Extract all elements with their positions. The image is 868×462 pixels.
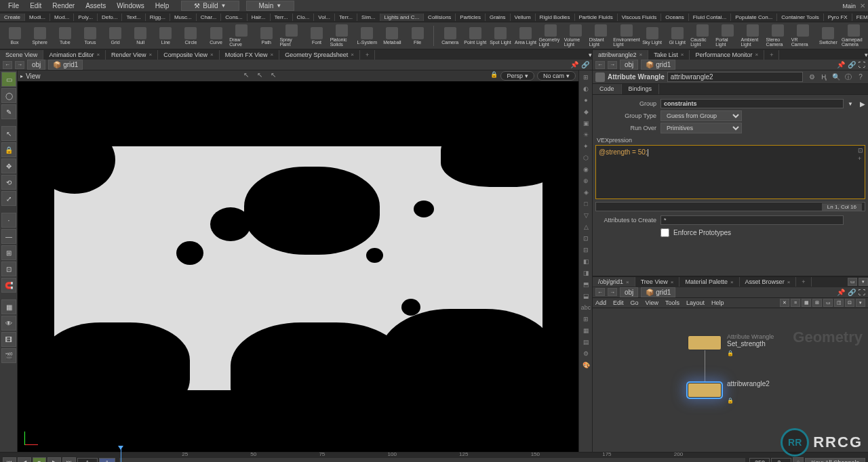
keyframe-button[interactable]: ◇ xyxy=(793,457,804,463)
lock-icon[interactable]: 🔒 xyxy=(490,71,498,81)
expand-icon[interactable]: ⛶ xyxy=(859,61,865,68)
display-opt-icon[interactable]: ⊕ xyxy=(580,175,591,186)
display-opt-icon[interactable]: ✦ xyxy=(580,141,591,152)
lock-tool[interactable]: 🔒 xyxy=(1,142,16,157)
help-icon[interactable]: ? xyxy=(856,72,865,82)
shelf-tool-tube[interactable]: Tube xyxy=(53,24,77,48)
shelf-tool-ambientlight[interactable]: Ambient Light xyxy=(741,24,764,48)
tab-bindings[interactable]: Bindings xyxy=(622,84,660,94)
lasso-tool[interactable]: ◯ xyxy=(1,88,16,103)
pane-tab-perfmon[interactable]: Performance Monitor× xyxy=(690,50,764,60)
display-opt-icon[interactable]: △ xyxy=(580,222,591,232)
net-tool-icon[interactable]: ▭ xyxy=(823,299,833,307)
shelf-tab[interactable]: Lights and C... xyxy=(380,14,425,21)
vex-plus-icon[interactable]: + xyxy=(858,155,863,162)
group-input[interactable] xyxy=(660,99,844,108)
frame-current-input[interactable] xyxy=(99,458,115,463)
menu-help[interactable]: Help xyxy=(150,1,175,11)
net-menu-add[interactable]: Add xyxy=(595,299,606,306)
display-opt-icon[interactable]: ▣ xyxy=(580,118,591,129)
scale-tool[interactable]: ⤢ xyxy=(1,191,16,206)
pane-tab-sceneview[interactable]: Scene View xyxy=(0,50,43,60)
pin-icon[interactable]: 📌 xyxy=(837,61,845,68)
shelf-tool-geolight[interactable]: Geometry Light xyxy=(539,24,563,48)
shelf-tool-lsystem[interactable]: L-System xyxy=(355,24,379,48)
link-icon[interactable]: 🔗 xyxy=(848,61,856,68)
shelf-tool-torus[interactable]: Torus xyxy=(78,24,102,48)
path-crumb-grid1[interactable]: 📦 grid1 xyxy=(641,287,675,297)
path-crumb-obj[interactable]: obj xyxy=(620,60,638,70)
menu-windows[interactable]: Windows xyxy=(111,1,150,11)
shelf-tab[interactable]: Terr... xyxy=(271,14,293,21)
display-opt-icon[interactable]: ▤ xyxy=(580,337,591,348)
layout-icon[interactable]: ▾ xyxy=(859,278,868,286)
display-opt-icon[interactable]: ● xyxy=(580,95,591,106)
path-crumb-obj[interactable]: obj xyxy=(27,60,45,70)
shelf-tab[interactable]: Pyro FX xyxy=(824,14,852,21)
enforce-checkbox[interactable] xyxy=(660,228,669,237)
net-menu-go[interactable]: Go xyxy=(631,299,639,306)
shelf-tool-camera[interactable]: Camera xyxy=(438,24,462,48)
shelf-tool-envlight[interactable]: Environment Light xyxy=(614,24,639,48)
menu-file[interactable]: File xyxy=(3,1,24,11)
shelf-tool-line[interactable]: Line xyxy=(154,24,178,48)
shelf-tool-sphere[interactable]: Sphere xyxy=(28,24,52,48)
shelf-tool-path[interactable]: Path xyxy=(254,24,278,48)
net-menu-help[interactable]: Help xyxy=(711,299,724,306)
pane-tab-add[interactable]: + xyxy=(796,277,811,287)
snap-multi-tool[interactable]: ⊡ xyxy=(1,261,16,276)
play-prev-button[interactable]: ◀ xyxy=(18,457,31,463)
handle-icon[interactable]: ↖ xyxy=(271,71,280,81)
shelf-tab[interactable]: Terr... xyxy=(335,14,357,21)
display-opt-icon[interactable]: abc xyxy=(580,302,591,313)
net-tool-icon[interactable]: ◫ xyxy=(834,299,844,307)
render-tool[interactable]: 🎬 xyxy=(1,348,16,363)
shelf-tool-vollight[interactable]: Volume Light xyxy=(564,24,588,48)
shelf-tab[interactable]: FEM xyxy=(852,14,868,21)
inspect-tool[interactable]: 👁 xyxy=(1,316,16,331)
shelf-tab[interactable]: Sim... xyxy=(357,14,380,21)
shelf-tool-null[interactable]: Null xyxy=(129,24,153,48)
close-icon[interactable]: ✕ xyxy=(860,2,865,9)
shelf-tool-arealight[interactable]: Area Light xyxy=(513,24,537,48)
translate-tool[interactable]: ✥ xyxy=(1,159,16,173)
display-opt-icon[interactable]: □ xyxy=(580,198,591,209)
shelf-tab[interactable]: Particles xyxy=(456,14,486,21)
net-menu-layout[interactable]: Layout xyxy=(686,299,705,306)
shelf-tab[interactable]: Defo... xyxy=(98,14,123,21)
pane-tab-add[interactable]: + xyxy=(360,50,375,60)
shelf-tab[interactable]: Collisions xyxy=(424,14,456,21)
nav-back-icon[interactable]: ← xyxy=(595,61,605,69)
display-opt-icon[interactable]: ◈ xyxy=(580,187,591,198)
pane-tab-animeditor[interactable]: Animation Editor× xyxy=(43,50,106,60)
key-channels-button[interactable]: Key: All Channels xyxy=(805,458,865,463)
path-crumb-obj[interactable]: obj xyxy=(620,287,638,297)
shelf-tab[interactable]: Viscous Fluids xyxy=(618,14,661,21)
pane-tab-add[interactable]: + xyxy=(764,50,779,60)
shelf-tool-font[interactable]: Font xyxy=(305,24,329,48)
net-tool-icon[interactable]: ⊞ xyxy=(812,299,822,307)
menu-render[interactable]: Render xyxy=(47,1,80,11)
shelf-tool-gilight[interactable]: GI Light xyxy=(665,24,689,48)
expand-icon[interactable]: ⛶ xyxy=(859,289,865,296)
gear-icon[interactable]: ⚙ xyxy=(807,72,816,82)
display-opt-icon[interactable]: ⬓ xyxy=(580,291,591,301)
shelf-tool-box[interactable]: Box xyxy=(3,24,26,48)
shelf-tab[interactable]: Particle Fluids xyxy=(575,14,618,21)
pane-tab-motionfx[interactable]: Motion FX View× xyxy=(220,50,280,60)
shelf-tool-portallight[interactable]: Portal Light xyxy=(715,24,739,48)
timeline-track[interactable]: 25 50 75 100 125 150 175 200 xyxy=(119,458,745,463)
pane-tab-node[interactable]: attribwrangle2× xyxy=(593,50,648,60)
shelf-tab[interactable]: Vol... xyxy=(314,14,335,21)
shelf-tool-stereocam[interactable]: Stereo Camera xyxy=(766,24,790,48)
menu-edit[interactable]: Edit xyxy=(24,1,47,11)
shelf-tool-drawcurve[interactable]: Draw Curve xyxy=(229,24,253,48)
frame-range-end-input[interactable] xyxy=(771,458,791,463)
display-opt-icon[interactable]: ◧ xyxy=(580,256,591,267)
build-desktop-button[interactable]: ⚒Build▼ xyxy=(181,1,239,11)
shelf-tab[interactable]: Mod... xyxy=(50,14,74,21)
snap-grid-tool[interactable]: ⊞ xyxy=(1,245,16,260)
handle-icon[interactable]: ↖ xyxy=(243,71,253,81)
display-opt-icon[interactable]: ◨ xyxy=(580,268,591,278)
shelf-tab[interactable]: Oceans xyxy=(661,14,689,21)
